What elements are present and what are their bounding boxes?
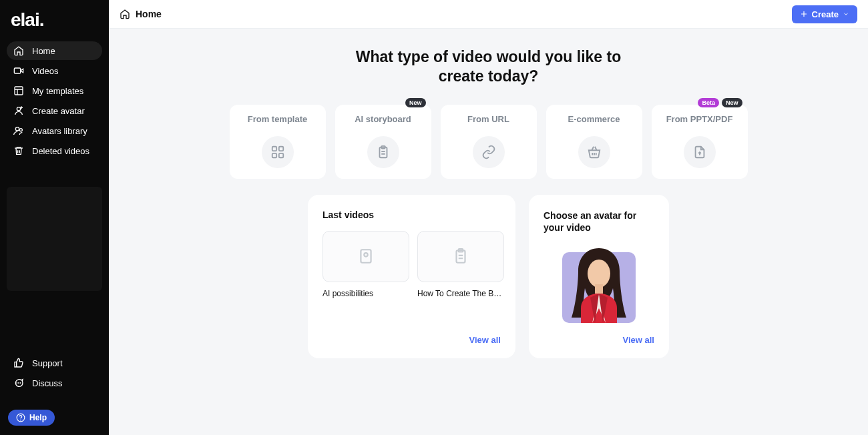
sidebar-item-label: Discuss (32, 378, 63, 388)
link-icon (473, 136, 505, 168)
video-type-row: From template New AI storyboard From URL (230, 105, 748, 179)
help-icon (16, 413, 25, 422)
content: What type of video would you like to cre… (109, 29, 868, 358)
sidebar-item-support[interactable]: Support (7, 354, 102, 372)
sidebar-item-label: My templates (32, 86, 83, 96)
type-card-from-template[interactable]: From template (230, 105, 326, 179)
video-title: AI possibilities (322, 289, 409, 298)
svg-point-17 (364, 253, 367, 256)
clipboard-icon (367, 136, 399, 168)
sidebar-item-discuss[interactable]: Discuss (7, 374, 102, 392)
type-label: From URL (467, 114, 509, 124)
panels-row: Last videos AI possibilities How To Crea… (308, 195, 669, 358)
svg-point-20 (588, 260, 610, 288)
last-video-item[interactable]: AI possibilities (322, 231, 409, 298)
type-label: From PPTX/PDF (666, 114, 733, 124)
svg-point-3 (15, 127, 19, 131)
sidebar-item-deleted-videos[interactable]: Deleted videos (7, 141, 102, 160)
badge-new: New (405, 98, 426, 107)
svg-rect-11 (278, 146, 282, 150)
type-card-ai-storyboard[interactable]: New AI storyboard (335, 105, 431, 179)
last-video-item[interactable]: How To Create The Best We… (417, 231, 504, 298)
badge-beta: Beta (698, 98, 719, 107)
badge-new: New (722, 98, 742, 107)
svg-rect-12 (272, 153, 276, 157)
home-icon (13, 45, 24, 56)
thumbs-up-icon (13, 358, 24, 368)
panel-title: Choose an avatar for your video (544, 209, 654, 234)
type-card-from-pptx-pdf[interactable]: Beta New From PPTX/PDF (652, 105, 748, 179)
create-button[interactable]: Create (792, 5, 857, 23)
main-area: Home Create What type of video would you… (109, 0, 868, 435)
view-all-videos-link[interactable]: View all (469, 335, 501, 345)
page-title: Home (136, 9, 162, 19)
type-card-ecommerce[interactable]: E-commerce (546, 105, 642, 179)
svg-point-6 (19, 383, 19, 384)
type-label: From template (248, 114, 308, 124)
type-label: AI storyboard (355, 114, 411, 124)
svg-rect-1 (15, 87, 23, 95)
sidebar-promo-box (7, 187, 102, 291)
svg-rect-10 (272, 146, 276, 150)
sidebar-nav-bottom: Support Discuss Help (7, 354, 102, 426)
sidebar-item-my-templates[interactable]: My templates (7, 81, 102, 100)
plus-icon (800, 10, 808, 18)
type-card-from-url[interactable]: From URL (441, 105, 537, 179)
basket-icon (578, 136, 610, 168)
topbar: Home Create (109, 0, 868, 29)
svg-point-7 (20, 383, 21, 384)
create-avatar-icon (13, 105, 24, 116)
avatar-preview[interactable] (562, 244, 636, 324)
sidebar-nav-main: Home Videos My templates Create avatar A… (7, 41, 102, 160)
portrait-icon (357, 248, 375, 265)
video-thumb (322, 231, 409, 282)
svg-point-9 (21, 420, 21, 420)
video-title: How To Create The Best We… (417, 289, 504, 298)
clipboard-icon (452, 248, 469, 265)
template-icon (13, 85, 24, 96)
help-label: Help (29, 413, 47, 422)
trash-icon (13, 145, 24, 156)
svg-point-2 (17, 107, 20, 111)
sidebar: elai. Home Videos My templates Create av… (0, 0, 109, 435)
sidebar-item-label: Home (32, 46, 55, 56)
svg-rect-21 (595, 284, 603, 294)
panel-last-videos: Last videos AI possibilities How To Crea… (308, 195, 515, 358)
hero-heading: What type of video would you like to cre… (356, 47, 621, 86)
help-button[interactable]: Help (8, 410, 55, 426)
chat-icon (13, 378, 24, 388)
sidebar-item-label: Deleted videos (32, 146, 89, 156)
panel-title: Last videos (322, 209, 501, 220)
view-all-avatars-link[interactable]: View all (623, 335, 654, 345)
video-thumb (417, 231, 504, 282)
last-videos-list: AI possibilities How To Create The Best … (322, 231, 501, 298)
avatars-library-icon (13, 125, 24, 136)
chevron-down-icon (843, 11, 849, 17)
sidebar-item-create-avatar[interactable]: Create avatar (7, 101, 102, 120)
avatar-person-icon (562, 244, 636, 324)
svg-point-5 (17, 383, 17, 384)
sidebar-item-videos[interactable]: Videos (7, 61, 102, 80)
brand-logo: elai. (11, 9, 99, 31)
type-label: E-commerce (568, 114, 620, 124)
sidebar-item-label: Support (32, 358, 63, 368)
svg-rect-13 (278, 153, 282, 157)
sidebar-item-avatars-library[interactable]: Avatars library (7, 121, 102, 140)
svg-point-4 (19, 129, 22, 131)
file-upload-icon (684, 136, 716, 168)
create-button-label: Create (812, 9, 839, 19)
sidebar-item-label: Avatars library (32, 126, 87, 136)
sidebar-item-label: Create avatar (32, 106, 85, 116)
sidebar-item-label: Videos (32, 66, 59, 76)
sidebar-item-home[interactable]: Home (7, 41, 102, 60)
home-icon (120, 9, 130, 19)
video-icon (13, 65, 24, 76)
grid-icon (262, 136, 294, 168)
panel-choose-avatar: Choose an avatar for your video (529, 195, 669, 358)
svg-rect-0 (14, 68, 20, 73)
breadcrumb: Home (120, 9, 162, 19)
